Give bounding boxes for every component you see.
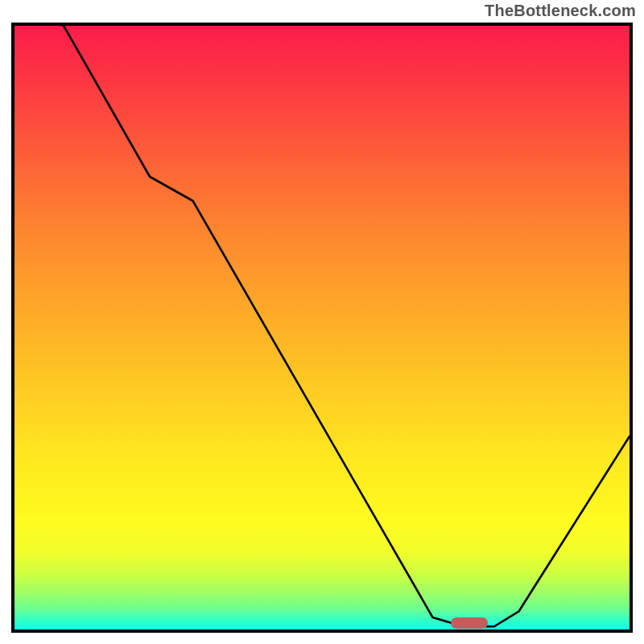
curve-svg [14,26,630,630]
watermark-text: TheBottleneck.com [485,2,636,20]
bottleneck-curve [14,26,630,626]
plot-area [11,23,633,633]
optimal-marker [451,617,488,629]
chart-container: TheBottleneck.com [0,0,644,644]
